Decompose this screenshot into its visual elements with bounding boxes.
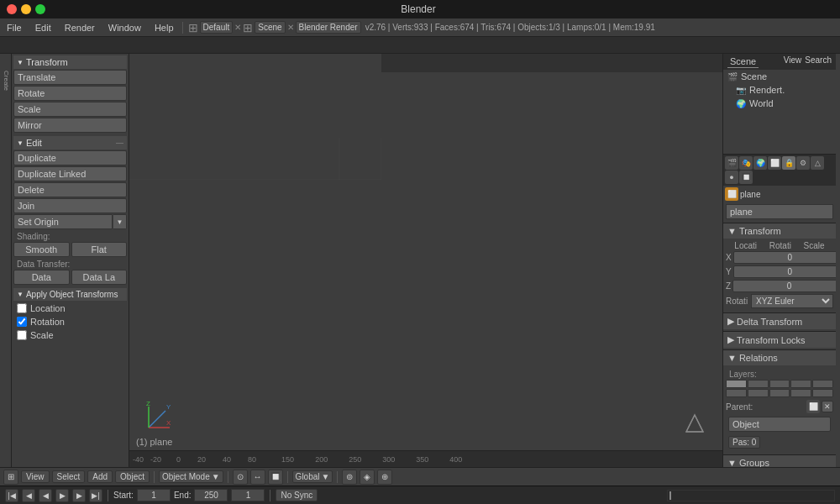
tab-create[interactable]: Create: [3, 55, 10, 106]
rp-transform-header[interactable]: ▼ Transform: [723, 223, 836, 239]
rp-delta-section: ▶ Delta Transform: [723, 312, 836, 329]
layer-8[interactable]: [769, 389, 790, 397]
bt-pivot[interactable]: ⊙: [233, 470, 248, 485]
rotation-checkbox[interactable]: [17, 317, 27, 327]
tl-end-input[interactable]: [194, 489, 228, 501]
tl-prev-keyframe[interactable]: ◀: [22, 489, 35, 502]
edit-section-header[interactable]: ▼ Edit —: [13, 136, 127, 150]
rp-locati-x[interactable]: [733, 251, 836, 264]
transform-section-header[interactable]: ▼ Transform: [13, 55, 127, 69]
rp-icon-data[interactable]: △: [811, 156, 824, 170]
layer-5[interactable]: [812, 380, 833, 388]
layer-2[interactable]: [748, 380, 769, 388]
tl-no-sync[interactable]: No Sync: [276, 489, 318, 501]
outliner-search-btn[interactable]: View: [784, 55, 802, 68]
menu-window[interactable]: Window: [102, 18, 148, 36]
layer-9[interactable]: [790, 389, 811, 397]
tl-frame-bar[interactable]: [667, 490, 835, 501]
rp-groups-header[interactable]: ▼ Groups: [723, 455, 836, 467]
outliner-tab-scene[interactable]: Scene: [727, 55, 759, 68]
rp-delta-header[interactable]: ▶ Delta Transform: [723, 313, 836, 329]
maximize-button[interactable]: [35, 4, 45, 14]
smooth-button[interactable]: Smooth: [13, 242, 70, 257]
menu-render[interactable]: Render: [58, 18, 102, 36]
bt-select[interactable]: Select: [52, 470, 86, 483]
duplicate-linked-button[interactable]: Duplicate Linked: [13, 166, 127, 181]
layer-4[interactable]: [790, 380, 811, 388]
menu-edit[interactable]: Edit: [29, 18, 58, 36]
scale-checkbox[interactable]: [17, 330, 27, 340]
bt-view[interactable]: View: [21, 470, 50, 483]
flat-button[interactable]: Flat: [71, 242, 128, 257]
layer-10[interactable]: [812, 389, 833, 397]
rp-icon-scene[interactable]: 🎭: [739, 156, 753, 170]
rp-icon-modifier[interactable]: ⚙: [796, 156, 810, 170]
layer-6[interactable]: [726, 389, 747, 397]
rotate-button[interactable]: Rotate: [13, 86, 127, 101]
outliner-view-btn[interactable]: Search: [805, 55, 832, 68]
tab-relations[interactable]: Relations: [0, 55, 2, 97]
bt-global-dropdown[interactable]: Global ▼: [292, 470, 333, 483]
bt-icon1[interactable]: ⊞: [3, 470, 18, 485]
bt-manipulator[interactable]: ↔: [250, 470, 265, 485]
rp-locati-z[interactable]: [732, 280, 836, 292]
layer-3[interactable]: [769, 380, 790, 388]
window-controls[interactable]: [7, 4, 45, 14]
outliner-world-item[interactable]: 🌍 World: [723, 97, 836, 110]
layout-dropdown[interactable]: Default: [200, 21, 234, 34]
viewport[interactable]: View Select Object User Persp: [129, 54, 722, 467]
bt-snap[interactable]: 🔲: [268, 470, 283, 485]
apply-section-header[interactable]: ▼ Apply Object Transforms: [13, 288, 127, 301]
rp-icon-texture[interactable]: 🔲: [739, 171, 753, 184]
delete-button[interactable]: Delete: [13, 182, 127, 197]
outliner-render-item[interactable]: 📷 Rendert.: [723, 83, 836, 97]
outliner-scene-item[interactable]: 🎬 Scene: [723, 70, 836, 83]
set-origin-button[interactable]: Set Origin: [13, 214, 113, 229]
render-engine-dropdown[interactable]: Blender Render: [296, 21, 361, 34]
menu-help[interactable]: Help: [148, 18, 181, 36]
bt-icon3[interactable]: ⊕: [377, 470, 392, 485]
tl-current-frame[interactable]: [231, 489, 265, 501]
scale-button[interactable]: Scale: [13, 102, 127, 117]
menu-file[interactable]: File: [0, 18, 29, 36]
location-checkbox[interactable]: [17, 303, 27, 313]
close-button[interactable]: [7, 4, 17, 14]
tl-start-input[interactable]: [137, 489, 171, 501]
duplicate-button[interactable]: Duplicate: [13, 150, 127, 165]
rp-locati-y[interactable]: [733, 265, 836, 278]
bt-add[interactable]: Add: [87, 470, 113, 483]
scene-dropdown[interactable]: Scene: [255, 21, 285, 34]
rp-locks-header[interactable]: ▶ Transform Locks: [723, 332, 836, 348]
rp-parent-icon[interactable]: ⬜: [806, 400, 820, 413]
bt-icon2[interactable]: ◈: [360, 470, 375, 485]
location-row: Location: [13, 302, 127, 315]
rp-icon-render[interactable]: 🎬: [725, 156, 738, 170]
tl-play-reverse[interactable]: ◀: [39, 489, 52, 502]
mirror-button[interactable]: Mirror: [13, 118, 127, 133]
rp-icon-material[interactable]: ●: [725, 171, 738, 184]
rp-icon-object[interactable]: ⬜: [768, 156, 781, 170]
object-name-input[interactable]: [726, 204, 833, 219]
bt-proportional[interactable]: ⊚: [342, 470, 357, 485]
tl-next-keyframe[interactable]: ▶: [72, 489, 86, 502]
tl-prev-start[interactable]: |◀: [5, 489, 18, 502]
rp-parent-clear[interactable]: ✕: [822, 401, 833, 412]
bt-mode-dropdown[interactable]: Object Mode ▼: [159, 470, 223, 483]
layer-7[interactable]: [748, 389, 769, 397]
rp-relations-header[interactable]: ▼ Relations: [723, 350, 836, 365]
translate-button[interactable]: Translate: [13, 70, 127, 85]
rp-object-btn[interactable]: Object: [728, 417, 831, 432]
rp-icon-world[interactable]: 🌍: [753, 156, 767, 170]
tl-next-end[interactable]: ▶|: [89, 489, 102, 502]
data-la-button[interactable]: Data La: [71, 270, 128, 285]
layer-1[interactable]: [726, 380, 747, 388]
tl-play[interactable]: ▶: [55, 489, 69, 502]
rp-euler-select[interactable]: XYZ Euler: [751, 294, 833, 308]
join-button[interactable]: Join: [13, 198, 127, 213]
rp-icon-constraints[interactable]: 🔒: [782, 156, 795, 170]
bt-object[interactable]: Object: [115, 470, 150, 483]
data-button[interactable]: Data: [13, 270, 70, 285]
rp-object-icon[interactable]: ⬜: [725, 187, 738, 201]
minimize-button[interactable]: [21, 4, 31, 14]
set-origin-dropdown[interactable]: ▼: [113, 214, 127, 229]
